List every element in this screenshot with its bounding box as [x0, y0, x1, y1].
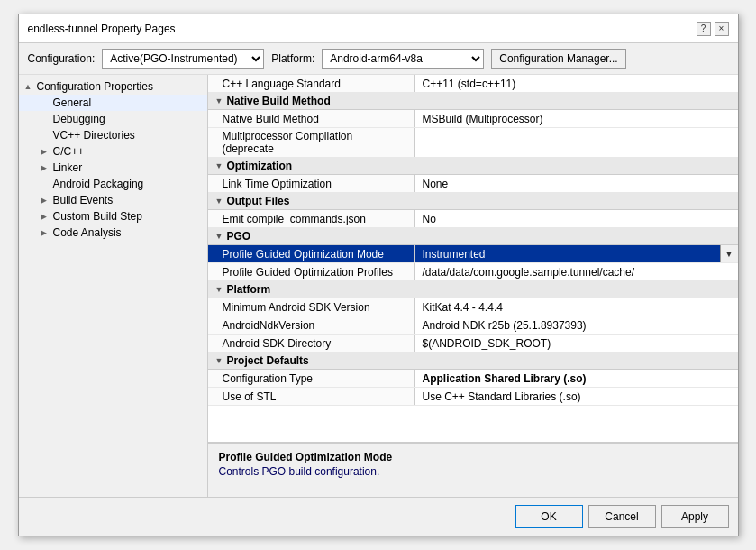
arrow-config-props: ▲: [24, 82, 35, 91]
section-label-output-files: Output Files: [226, 195, 289, 207]
table-row: Multiprocessor Compilation (deprecate: [208, 128, 738, 158]
sidebar-label-c-cpp: C/C++: [53, 145, 85, 158]
config-row: Configuration: Active(PGO-Instrumented) …: [19, 43, 738, 75]
sidebar-label-code-analysis: Code Analysis: [53, 226, 122, 239]
prop-name: Link Time Optimization: [208, 175, 415, 192]
arrow-c-cpp: ▶: [41, 147, 51, 156]
sidebar-label-android-pkg: Android Packaging: [53, 178, 144, 190]
sidebar-label-custom-build: Custom Build Step: [53, 210, 142, 223]
table-row: Use of STL Use C++ Standard Libraries (.…: [208, 388, 738, 406]
table-row: Profile Guided Optimization Profiles /da…: [208, 263, 738, 281]
section-platform[interactable]: ▼ Platform: [208, 281, 738, 298]
sidebar-label-debugging: Debugging: [53, 113, 105, 125]
section-label-platform: Platform: [226, 283, 270, 296]
sidebar-item-debugging[interactable]: Debugging: [19, 111, 207, 127]
table-row: Android SDK Directory $(ANDROID_SDK_ROOT…: [208, 335, 738, 353]
help-button[interactable]: ?: [697, 22, 711, 36]
arrow-linker: ▶: [41, 163, 51, 172]
section-toggle-pgo: ▼: [215, 232, 223, 241]
sidebar-label-config-props: Configuration Properties: [37, 80, 153, 93]
prop-value-ndk-ver[interactable]: Android NDK r25b (25.1.8937393): [415, 316, 738, 334]
title-bar-buttons: ? ×: [697, 22, 729, 36]
prop-value-pgo-mode[interactable]: Instrumented ▼: [415, 245, 738, 262]
sidebar-item-c-cpp[interactable]: ▶ C/C++: [19, 143, 207, 160]
apply-button[interactable]: Apply: [661, 505, 729, 528]
prop-name-pgo-mode: Profile Guided Optimization Mode: [208, 245, 415, 262]
sidebar-label-general: General: [53, 96, 92, 109]
config-label: Configuration:: [28, 52, 96, 65]
prop-value-min-sdk[interactable]: KitKat 4.4 - 4.4.4: [415, 298, 738, 316]
sidebar-item-linker[interactable]: ▶ Linker: [19, 160, 207, 176]
section-label-optimization: Optimization: [226, 160, 292, 172]
info-description: Controls PGO build configuration.: [219, 465, 727, 478]
sidebar-item-android-pkg[interactable]: Android Packaging: [19, 176, 207, 192]
property-pages-dialog: endless-tunnel Property Pages ? × Config…: [18, 14, 739, 536]
right-panel: C++ Language Standard C++11 (std=c++11) …: [208, 75, 738, 497]
properties-table: C++ Language Standard C++11 (std=c++11) …: [208, 75, 738, 443]
table-row: Native Build Method MSBuild (Multiproces…: [208, 110, 738, 128]
table-row: Link Time Optimization None: [208, 175, 738, 193]
sidebar-item-custom-build[interactable]: ▶ Custom Build Step: [19, 208, 207, 225]
prop-name: C++ Language Standard: [208, 75, 415, 92]
sidebar-label-build-events: Build Events: [53, 194, 114, 206]
platform-label: Platform:: [271, 52, 314, 65]
prop-name: Native Build Method: [208, 110, 415, 127]
prop-value-pgo-profiles[interactable]: /data/data/com.google.sample.tunnel/cach…: [415, 263, 738, 280]
prop-name-config-type: Configuration Type: [208, 370, 415, 387]
info-panel: Profile Guided Optimization Mode Control…: [208, 443, 738, 497]
prop-value-sdk-dir[interactable]: $(ANDROID_SDK_ROOT): [415, 335, 738, 352]
prop-value[interactable]: No: [415, 210, 738, 227]
cancel-button[interactable]: Cancel: [588, 505, 656, 528]
table-row: Emit compile_commands.json No: [208, 210, 738, 228]
button-row: OK Cancel Apply: [19, 497, 738, 536]
arrow-code-analysis: ▶: [41, 228, 51, 237]
sidebar-item-build-events[interactable]: ▶ Build Events: [19, 192, 207, 208]
section-toggle-project-defaults: ▼: [215, 356, 223, 365]
section-label-project-defaults: Project Defaults: [226, 354, 308, 367]
info-title: Profile Guided Optimization Mode: [219, 451, 727, 463]
prop-value-stl[interactable]: Use C++ Standard Libraries (.so): [415, 388, 738, 405]
section-output-files[interactable]: ▼ Output Files: [208, 193, 738, 210]
sidebar: ▲ Configuration Properties General Debug…: [19, 75, 208, 497]
prop-name-pgo-profiles: Profile Guided Optimization Profiles: [208, 263, 415, 280]
sidebar-item-vc-dirs[interactable]: VC++ Directories: [19, 127, 207, 143]
close-button[interactable]: ×: [715, 22, 729, 36]
sidebar-item-config-props[interactable]: ▲ Configuration Properties: [19, 78, 207, 95]
config-manager-button[interactable]: Configuration Manager...: [491, 49, 625, 69]
section-native-build[interactable]: ▼ Native Build Method: [208, 93, 738, 110]
prop-name: Emit compile_commands.json: [208, 210, 415, 227]
main-content: ▲ Configuration Properties General Debug…: [19, 75, 738, 497]
section-toggle-optimization: ▼: [215, 161, 223, 170]
configuration-select[interactable]: Active(PGO-Instrumented): [102, 49, 264, 69]
arrow-custom-build: ▶: [41, 212, 51, 221]
table-row: Configuration Type Application Shared Li…: [208, 370, 738, 388]
platform-select[interactable]: Android-arm64-v8a: [322, 49, 484, 69]
prop-name: Multiprocessor Compilation (deprecate: [208, 128, 415, 157]
prop-value[interactable]: None: [415, 175, 738, 192]
arrow-build-events: ▶: [41, 196, 51, 205]
table-row: C++ Language Standard C++11 (std=c++11): [208, 75, 738, 93]
table-row: AndroidNdkVersion Android NDK r25b (25.1…: [208, 316, 738, 335]
sidebar-label-vc-dirs: VC++ Directories: [53, 129, 135, 142]
prop-value[interactable]: C++11 (std=c++11): [415, 75, 738, 92]
dropdown-arrow-icon[interactable]: ▼: [720, 245, 738, 262]
sidebar-item-general[interactable]: General: [19, 95, 207, 111]
section-toggle-native-build: ▼: [215, 96, 223, 105]
ok-button[interactable]: OK: [515, 505, 583, 528]
title-bar: endless-tunnel Property Pages ? ×: [19, 14, 738, 43]
prop-name-stl: Use of STL: [208, 388, 415, 405]
section-optimization[interactable]: ▼ Optimization: [208, 158, 738, 175]
prop-value[interactable]: [415, 128, 738, 157]
dialog-title: endless-tunnel Property Pages: [28, 23, 176, 35]
prop-name-min-sdk: Minimum Android SDK Version: [208, 298, 415, 316]
sidebar-item-code-analysis[interactable]: ▶ Code Analysis: [19, 225, 207, 241]
section-pgo[interactable]: ▼ PGO: [208, 228, 738, 245]
prop-name-sdk-dir: Android SDK Directory: [208, 335, 415, 352]
section-project-defaults[interactable]: ▼ Project Defaults: [208, 353, 738, 370]
prop-value-config-type[interactable]: Application Shared Library (.so): [415, 370, 738, 387]
section-label-native-build: Native Build Method: [226, 95, 330, 107]
prop-value[interactable]: MSBuild (Multiprocessor): [415, 110, 738, 127]
section-toggle-platform: ▼: [215, 285, 223, 294]
table-row-highlighted: Profile Guided Optimization Mode Instrum…: [208, 245, 738, 263]
prop-name-ndk-ver: AndroidNdkVersion: [208, 316, 415, 334]
